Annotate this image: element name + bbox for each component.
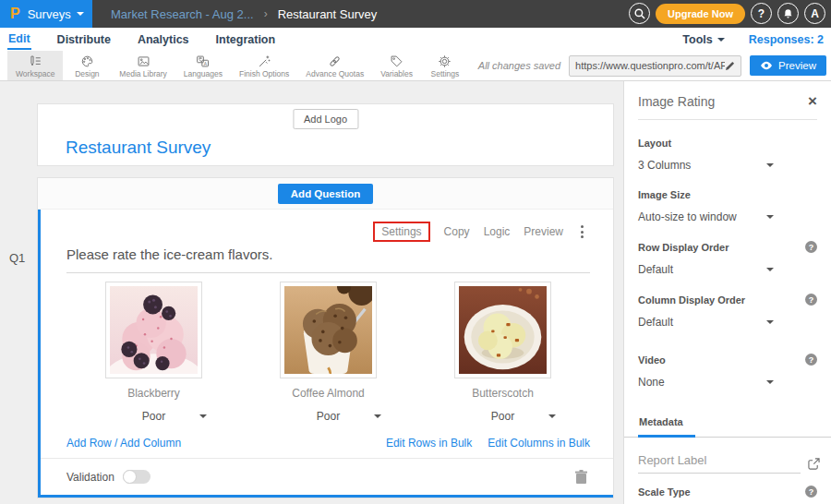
tab-edit[interactable]: Edit [7,30,31,50]
breadcrumb-folder[interactable]: Market Research - Aug 2... [111,7,254,21]
eye-icon [760,61,773,70]
rating-column: Coffee Almond Poor [241,282,416,426]
panel-title: Image Rating [638,94,715,109]
chevron-down-icon [199,414,207,418]
bell-icon [783,8,793,19]
help-icon[interactable]: ? [805,354,817,366]
tools-menu[interactable]: Tools [682,33,724,46]
add-question-button[interactable]: Add Question [278,184,373,204]
survey-url-input[interactable] [575,60,725,71]
row-label[interactable]: Blackberry [127,387,180,400]
surveys-label: Surveys [28,7,71,21]
preview-button[interactable]: Preview [750,55,826,76]
autosave-status: All changes saved [478,60,560,71]
question-number: Q1 [9,251,25,265]
toolbar-item-variables[interactable]: Variables [372,51,421,80]
field-column-display-order: Column Display Order? Default [638,294,817,329]
add-logo-button[interactable]: Add Logo [293,109,358,129]
field-image-size: Image Size Auto-size to window [638,189,817,223]
question-preview-link[interactable]: Preview [524,225,563,238]
coffee-almond-image[interactable] [280,282,377,378]
toolbar-item-workspace[interactable]: Workspace [7,51,63,80]
chevron-down-icon [766,215,774,219]
rating-dropdown[interactable]: Poor [270,407,388,426]
rating-dropdown[interactable]: Poor [444,407,562,426]
rating-dropdown[interactable]: Poor [95,407,213,426]
toolbar-item-design[interactable]: Design [63,51,111,80]
svg-text:A: A [204,60,208,66]
toolbar-item-languages[interactable]: A Languages [175,51,231,80]
validation-label: Validation [66,471,114,484]
toolbar-item-settings[interactable]: Settings [421,51,469,80]
questionpro-logo: P [10,6,20,22]
tab-metadata[interactable]: Metadata [638,416,695,438]
image-icon [137,54,151,68]
layout-dropdown[interactable]: 3 Columns [638,159,774,172]
validation-toggle[interactable] [123,470,151,484]
question-settings-link[interactable]: Settings [373,222,429,242]
field-video: Video? None [638,354,817,389]
workspace-icon [29,54,42,68]
delete-question-button[interactable] [575,470,587,484]
translate-icon: A [196,54,210,68]
close-icon[interactable]: × [808,96,817,107]
survey-header-card: Add Logo Restaurant Survey [37,103,614,166]
report-label-input[interactable] [638,451,801,474]
edit-columns-in-bulk-link[interactable]: Edit Columns in Bulk [488,437,590,450]
rating-column: Blackberry Poor [66,282,241,426]
toolbar-item-media-library[interactable]: Media Library [111,51,175,80]
upgrade-now-button[interactable]: Upgrade Now [656,4,745,24]
magic-wand-icon [258,54,271,68]
question-block: Settings Copy Logic Preview Please rate … [38,210,613,498]
tab-integration[interactable]: Integration [215,30,277,49]
video-dropdown[interactable]: None [638,376,774,389]
image-size-dropdown[interactable]: Auto-size to window [638,210,774,223]
row-display-order-dropdown[interactable]: Default [638,263,774,276]
edit-rows-in-bulk-link[interactable]: Edit Rows in Bulk [386,437,472,450]
notifications-button[interactable] [777,3,799,24]
pencil-icon [725,61,735,71]
question-text[interactable]: Please rate the ice-cream flavors. [66,246,590,273]
report-label-row [638,451,817,474]
blackberry-image[interactable] [105,282,202,378]
question-logic-link[interactable]: Logic [484,225,511,238]
blackberry-ice-cream-picture [110,286,198,374]
question-footer: Validation [41,458,613,495]
top-navbar: P Surveys Market Research - Aug 2... › R… [0,0,831,28]
question-more-menu[interactable] [577,223,587,240]
breadcrumb-separator: › [264,7,268,20]
rating-column: Butterscotch Poor [416,282,590,426]
field-row-display-order: Row Display Order? Default [638,241,817,276]
surveys-menu[interactable]: P Surveys [0,0,92,28]
toolbar-item-finish-options[interactable]: Finish Options [231,51,297,80]
chevron-down-icon [766,380,774,384]
chevron-down-icon [374,414,381,418]
tab-distribute[interactable]: Distribute [56,30,112,49]
toolbar-item-advance-quotas[interactable]: Advance Quotas [297,51,372,80]
add-row-column-link[interactable]: Add Row / Add Column [66,437,181,450]
help-icon[interactable]: ? [805,241,817,253]
help-icon[interactable]: ? [805,294,817,306]
field-layout: Layout 3 Columns [638,138,817,172]
edit-url-button[interactable] [725,61,735,71]
tab-analytics[interactable]: Analytics [137,30,190,49]
chevron-down-icon [548,414,556,418]
help-icon[interactable]: ? [805,486,817,498]
question-copy-link[interactable]: Copy [444,225,470,238]
column-display-order-dropdown[interactable]: Default [638,316,774,329]
field-scale-type: Scale Type ? [638,486,817,498]
row-label[interactable]: Coffee Almond [292,387,365,400]
gear-icon [438,54,452,68]
trash-icon [575,470,587,484]
row-label[interactable]: Butterscotch [472,387,534,400]
search-button[interactable] [629,3,650,24]
account-avatar[interactable]: A [804,3,825,24]
chain-link-icon [328,54,342,68]
open-report-label-button[interactable] [808,458,820,474]
survey-title[interactable]: Restaurant Survey [66,138,211,158]
tag-icon [390,54,403,68]
survey-url-box [569,55,741,77]
butterscotch-image[interactable] [454,282,551,378]
responses-count[interactable]: Responses: 2 [749,33,824,46]
help-button[interactable]: ? [751,3,772,24]
